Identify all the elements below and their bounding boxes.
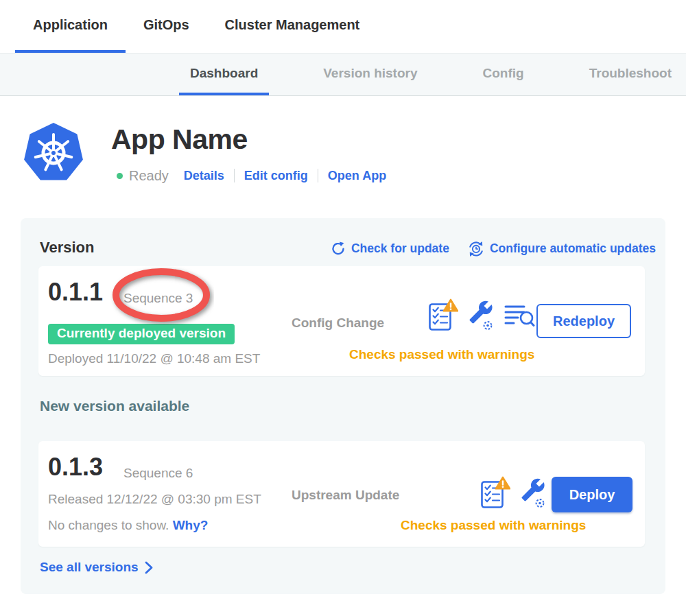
current-version-number: 0.1.1 bbox=[48, 279, 103, 306]
why-link[interactable]: Why? bbox=[173, 518, 209, 532]
tab-version-history[interactable]: Version history bbox=[312, 54, 428, 95]
deployed-timestamp: Deployed 11/10/22 @ 10:48 am EST bbox=[48, 351, 260, 366]
deploy-button[interactable]: Deploy bbox=[552, 477, 632, 512]
available-version-card: 0.1.3 Sequence 6 Released 12/12/22 @ 03:… bbox=[38, 441, 645, 547]
currently-deployed-badge: Currently deployed version bbox=[48, 324, 235, 344]
config-wrench-icon[interactable] bbox=[467, 299, 495, 331]
refresh-icon bbox=[331, 241, 346, 257]
clock-refresh-icon bbox=[468, 240, 484, 257]
version-actions: Check for update Configure automatic upd… bbox=[331, 240, 656, 257]
tab-application[interactable]: Application bbox=[15, 0, 126, 53]
kubernetes-logo-icon bbox=[23, 121, 84, 184]
chevron-right-icon bbox=[145, 561, 154, 574]
see-all-versions-link[interactable]: See all versions bbox=[40, 560, 154, 575]
configure-automatic-updates-link[interactable]: Configure automatic updates bbox=[468, 240, 656, 257]
no-changes-text: No changes to show. bbox=[48, 518, 169, 532]
tab-application-label: Application bbox=[33, 17, 108, 33]
app-status-row: Ready Details Edit config Open App bbox=[117, 166, 386, 185]
configure-automatic-updates-label: Configure automatic updates bbox=[490, 241, 656, 256]
current-version-card: 0.1.1 Sequence 3 Currently deployed vers… bbox=[38, 266, 645, 376]
current-version-sequence: Sequence 3 bbox=[123, 291, 193, 306]
config-wrench-icon[interactable] bbox=[519, 477, 547, 508]
tab-dashboard-label: Dashboard bbox=[190, 66, 258, 81]
top-nav: Application GitOps Cluster Management bbox=[0, 0, 686, 54]
app-sub-nav: Dashboard Version history Config Trouble… bbox=[0, 54, 686, 96]
available-version-sequence: Sequence 6 bbox=[123, 466, 193, 481]
version-section: Version Check for update Configure autom… bbox=[21, 218, 665, 594]
admin-console-screen: Application GitOps Cluster Management Da… bbox=[0, 0, 686, 616]
new-version-heading: New version available bbox=[40, 398, 189, 414]
available-checks-status: Checks passed with warnings bbox=[401, 518, 586, 533]
details-link[interactable]: Details bbox=[184, 169, 224, 183]
divider bbox=[234, 169, 235, 182]
version-section-title: Version bbox=[40, 239, 94, 257]
preflight-checks-warning-icon[interactable] bbox=[480, 475, 510, 509]
tab-cluster-management[interactable]: Cluster Management bbox=[207, 0, 378, 53]
current-version-icons bbox=[428, 298, 535, 331]
see-all-versions-label: See all versions bbox=[40, 560, 139, 575]
tab-config-label: Config bbox=[483, 66, 524, 81]
available-version-source: Upstream Update bbox=[292, 488, 399, 503]
released-timestamp: Released 12/12/22 @ 03:30 pm EST bbox=[48, 492, 261, 507]
view-files-icon[interactable] bbox=[504, 301, 535, 329]
preflight-checks-warning-icon[interactable] bbox=[428, 298, 458, 331]
tab-config[interactable]: Config bbox=[472, 54, 535, 95]
status-dot bbox=[117, 173, 123, 179]
divider bbox=[318, 169, 318, 182]
current-checks-status: Checks passed with warnings bbox=[349, 347, 534, 362]
tab-gitops-label: GitOps bbox=[143, 17, 189, 33]
changes-note: No changes to show. Why? bbox=[48, 518, 208, 533]
tab-version-history-label: Version history bbox=[323, 66, 417, 81]
tab-gitops[interactable]: GitOps bbox=[126, 0, 207, 53]
tab-dashboard[interactable]: Dashboard bbox=[179, 54, 269, 95]
tab-troubleshoot-label: Troubleshoot bbox=[589, 66, 672, 81]
check-for-update-link[interactable]: Check for update bbox=[331, 240, 449, 257]
edit-config-link[interactable]: Edit config bbox=[244, 169, 308, 183]
redeploy-button[interactable]: Redeploy bbox=[536, 304, 631, 338]
tab-cluster-management-label: Cluster Management bbox=[225, 17, 360, 33]
open-app-link[interactable]: Open App bbox=[328, 169, 386, 183]
status-badge: Ready bbox=[129, 168, 169, 184]
check-for-update-label: Check for update bbox=[351, 241, 449, 256]
available-version-number: 0.1.3 bbox=[48, 453, 103, 481]
page-title: App Name bbox=[111, 123, 248, 156]
tab-troubleshoot[interactable]: Troubleshoot bbox=[578, 54, 683, 95]
current-version-source: Config Change bbox=[292, 316, 384, 331]
available-version-icons bbox=[480, 475, 547, 509]
